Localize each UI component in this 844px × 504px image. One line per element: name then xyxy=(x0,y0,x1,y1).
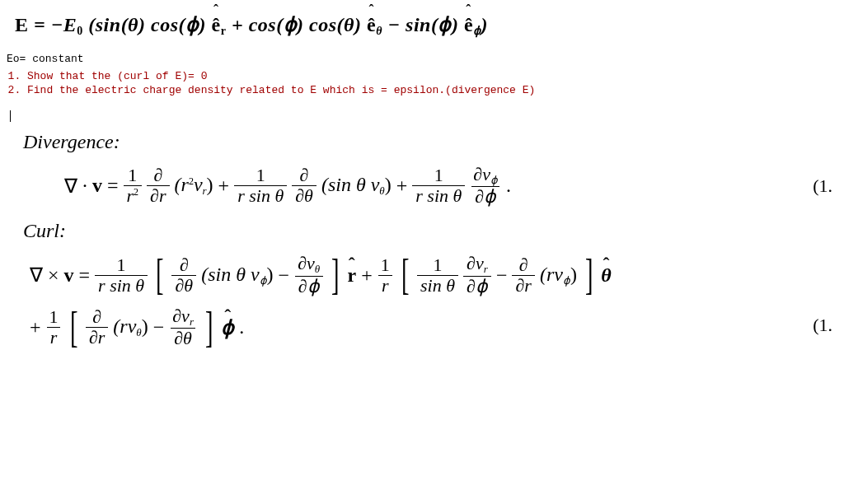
curl-formula-line1: ∇ × v = 1 r sin θ [ ∂ ∂θ (sin θ vϕ) − ∂v… xyxy=(30,254,612,296)
curl-heading: Curl: xyxy=(23,220,829,242)
frac-1-r2: 1 r2 xyxy=(124,166,143,206)
problem-2: Find the electric charge density related… xyxy=(27,84,829,96)
unit-vector-ephi: ˆê xyxy=(464,14,473,36)
left-bracket: [ xyxy=(156,258,164,292)
d-dr: ∂ ∂r xyxy=(147,166,169,206)
r-hat: ˆr xyxy=(348,264,357,287)
main-equation: E = −E0 (sin(θ) cos(ϕ) ˆêr + cos(ϕ) cos(… xyxy=(15,13,829,38)
problem-1: Show that the (curl of E)= 0 xyxy=(27,70,829,82)
equation-number-1: (1. xyxy=(813,175,832,197)
phi-hat: ˆϕ xyxy=(221,316,234,339)
right-bracket: ] xyxy=(331,258,340,292)
theta-hat: ˆθ xyxy=(601,264,611,287)
E-symbol: E xyxy=(15,14,29,35)
text-cursor xyxy=(10,110,11,122)
divergence-formula-row: ∇ · v = 1 r2 ∂ ∂r (r2vr) + 1 r sin θ ∂ ∂… xyxy=(15,165,829,207)
equation-number-2: (1. xyxy=(813,315,832,336)
curl-formula-row-1: ∇ × v = 1 r sin θ [ ∂ ∂θ (sin θ vϕ) − ∂v… xyxy=(15,254,829,296)
curl-formula-row-2: + 1 r [ ∂ ∂r (rvθ) − ∂vr ∂θ ] ˆϕ . (1. xyxy=(15,301,829,348)
divergence-formula: ∇ · v = 1 r2 ∂ ∂r (r2vr) + 1 r sin θ ∂ ∂… xyxy=(64,165,511,207)
unit-vector-etheta: ˆê xyxy=(367,14,376,36)
curl-formula-line2: + 1 r [ ∂ ∂r (rvθ) − ∂vr ∂θ ] ˆϕ . xyxy=(30,306,244,348)
eo-constant-note: Eo= constant xyxy=(7,53,829,65)
unit-vector-er: ˆê xyxy=(212,14,221,36)
divergence-heading: Divergence: xyxy=(23,131,829,153)
problem-list: Show that the (curl of E)= 0 Find the el… xyxy=(12,70,829,96)
